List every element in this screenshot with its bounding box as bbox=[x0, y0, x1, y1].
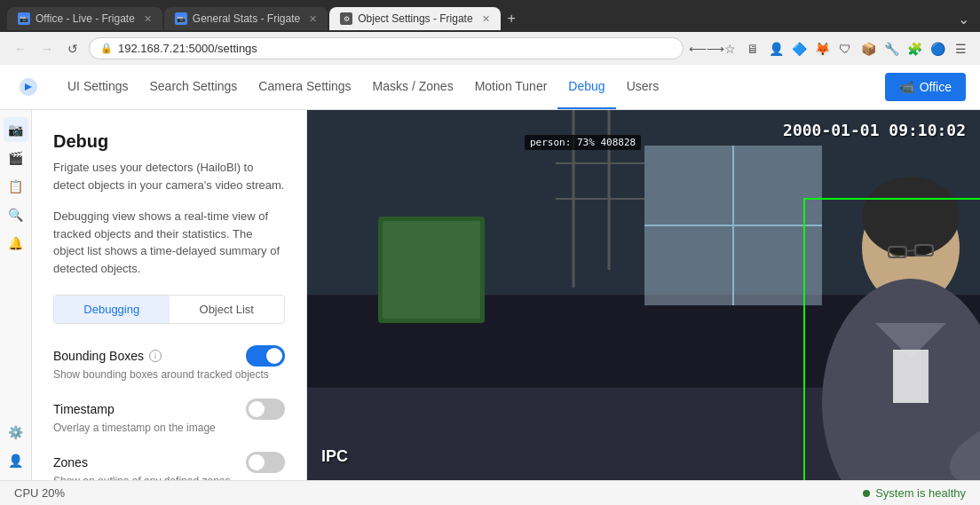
office-label: Office bbox=[920, 80, 952, 94]
ext-icon-9[interactable]: 🔵 bbox=[929, 40, 946, 58]
timestamp-toggle[interactable] bbox=[246, 398, 285, 420]
new-tab-button[interactable]: + bbox=[502, 5, 521, 32]
sidebar-icon-camera[interactable]: 📷 bbox=[4, 117, 28, 142]
ext-icon-6[interactable]: 📦 bbox=[859, 40, 877, 58]
tab-bar: 📷 Office - Live - Frigate ✕ 📷 General St… bbox=[0, 0, 980, 32]
ext-icon-5[interactable]: 🛡 bbox=[836, 40, 854, 58]
tab-label-2: General Stats - Frigate bbox=[193, 12, 300, 25]
zones-toggle[interactable] bbox=[246, 452, 285, 473]
tab-label-3: Object Settings - Frigate bbox=[358, 12, 472, 25]
svg-rect-5 bbox=[383, 221, 480, 319]
timestamp-overlay: 2000-01-01 09:10:02 bbox=[783, 121, 966, 139]
cpu-label: CPU 20% bbox=[14, 486, 65, 500]
ext-icon-8[interactable]: 🧩 bbox=[905, 40, 923, 58]
ext-icon-3[interactable]: 🔷 bbox=[790, 40, 808, 58]
sidebar-icon-user[interactable]: 👤 bbox=[4, 448, 28, 473]
sidebar-icon-bell[interactable]: 🔔 bbox=[4, 231, 28, 256]
detection-tag: person: 73% 408828 bbox=[525, 135, 641, 150]
debug-description2: Debugging view shows a real-time view of… bbox=[53, 208, 285, 277]
zones-slider bbox=[246, 452, 285, 473]
nav-users[interactable]: Users bbox=[616, 65, 670, 109]
office-icon: 📹 bbox=[899, 80, 914, 94]
debug-sidebar: Debug Frigate uses your detectors (Hailo… bbox=[32, 110, 307, 480]
nav-camera-settings[interactable]: Camera Settings bbox=[248, 65, 361, 109]
sidebar-icon-search[interactable]: 🔍 bbox=[4, 202, 28, 227]
app-logo bbox=[14, 73, 43, 101]
tab-debugging[interactable]: Debugging bbox=[54, 296, 170, 323]
svg-rect-22 bbox=[893, 350, 929, 403]
tab-label-1: Office - Live - Frigate bbox=[36, 12, 135, 25]
address-field[interactable]: 🔒 192.168.7.21:5000/settings bbox=[89, 37, 684, 59]
browser-chrome: 📷 Office - Live - Frigate ✕ 📷 General St… bbox=[0, 0, 980, 65]
tab-icon-3: ⚙ bbox=[340, 12, 352, 25]
toolbar-icons: ⟵⟶ ☆ 🖥 👤 🔷 🦊 🛡 📦 🔧 🧩 🔵 ☰ bbox=[698, 40, 969, 58]
tab-object-settings[interactable]: ⚙ Object Settings - Frigate ✕ bbox=[329, 7, 500, 30]
svg-line-19 bbox=[906, 250, 915, 251]
main-content: 📷 🎬 📋 🔍 🔔 ⚙️ 👤 Debug Frigate uses your d… bbox=[0, 110, 980, 480]
tab-icon-1: 📷 bbox=[18, 12, 30, 25]
bounding-boxes-desc: Show bounding boxes around tracked objec… bbox=[53, 368, 285, 381]
ext-icon-2[interactable]: 👤 bbox=[767, 40, 785, 58]
app-nav: UI Settings Search Settings Camera Setti… bbox=[0, 65, 980, 110]
timestamp-label: Timestamp bbox=[53, 402, 115, 416]
bounding-boxes-label: Bounding Boxes i bbox=[53, 349, 162, 363]
debug-description1: Frigate uses your detectors (HailoBl) to… bbox=[53, 159, 285, 193]
address-bar: ← → ↺ 🔒 192.168.7.21:5000/settings ⟵⟶ ☆ … bbox=[0, 32, 980, 65]
sidebar-icon-settings[interactable]: ⚙️ bbox=[4, 420, 28, 445]
office-button[interactable]: 📹 Office bbox=[885, 73, 966, 101]
status-bar: CPU 20% System is healthy bbox=[0, 480, 980, 505]
timestamp-slider bbox=[246, 398, 285, 420]
translate-icon[interactable]: ⟵⟶ bbox=[698, 40, 715, 58]
status-dot bbox=[863, 490, 870, 497]
tab-close-2[interactable]: ✕ bbox=[309, 13, 317, 25]
ext-icon-1[interactable]: 🖥 bbox=[744, 40, 762, 58]
nav-ui-settings[interactable]: UI Settings bbox=[57, 65, 138, 109]
bounding-boxes-info-icon[interactable]: i bbox=[149, 350, 162, 362]
zones-label: Zones bbox=[53, 455, 88, 469]
lock-icon: 🔒 bbox=[100, 43, 113, 54]
camera-scene: 2000-01-01 09:10:02 person: 73% 408828 I… bbox=[307, 110, 980, 480]
tab-office-live[interactable]: 📷 Office - Live - Frigate ✕ bbox=[7, 7, 162, 30]
nav-motion-tuner[interactable]: Motion Tuner bbox=[464, 65, 558, 109]
app-container: UI Settings Search Settings Camera Setti… bbox=[0, 65, 980, 505]
system-label: System is healthy bbox=[875, 486, 966, 500]
tab-close-1[interactable]: ✕ bbox=[144, 13, 152, 25]
bounding-boxes-slider bbox=[246, 345, 285, 367]
camera-label: IPC bbox=[321, 447, 348, 466]
tab-overflow[interactable]: ⌄ bbox=[954, 7, 973, 31]
setting-timestamp: Timestamp Overlay a timestamp on the ima… bbox=[53, 398, 285, 434]
debug-title: Debug bbox=[53, 131, 285, 152]
left-sidebar-icons: 📷 🎬 📋 🔍 🔔 ⚙️ 👤 bbox=[0, 110, 32, 480]
refresh-button[interactable]: ↺ bbox=[64, 40, 82, 58]
setting-zones: Zones Show an outline of any defined zon… bbox=[53, 452, 285, 480]
nav-masks-zones[interactable]: Masks / Zones bbox=[362, 65, 464, 109]
nav-search-settings[interactable]: Search Settings bbox=[138, 65, 248, 109]
svg-point-15 bbox=[890, 248, 905, 256]
back-button[interactable]: ← bbox=[11, 40, 30, 58]
star-icon[interactable]: ☆ bbox=[721, 40, 739, 58]
view-toggle-tabs: Debugging Object List bbox=[53, 295, 285, 324]
timestamp-desc: Overlay a timestamp on the image bbox=[53, 422, 285, 434]
svg-point-16 bbox=[917, 246, 931, 255]
address-text: 192.168.7.21:5000/settings bbox=[118, 42, 257, 55]
tab-icon-2: 📷 bbox=[175, 12, 187, 25]
setting-bounding-boxes: Bounding Boxes i Show bounding boxes aro… bbox=[53, 345, 285, 381]
cpu-status: CPU 20% bbox=[14, 486, 65, 500]
system-status: System is healthy bbox=[863, 486, 966, 500]
svg-point-14 bbox=[862, 177, 960, 256]
ext-icon-4[interactable]: 🦊 bbox=[813, 40, 831, 58]
sidebar-icon-video[interactable]: 🎬 bbox=[4, 146, 28, 170]
tab-general-stats[interactable]: 📷 General Stats - Frigate ✕ bbox=[164, 7, 328, 30]
sidebar-icon-list[interactable]: 📋 bbox=[4, 174, 28, 199]
nav-debug[interactable]: Debug bbox=[557, 65, 615, 109]
camera-svg bbox=[307, 110, 980, 480]
menu-icon[interactable]: ☰ bbox=[952, 40, 969, 58]
tab-object-list[interactable]: Object List bbox=[170, 296, 285, 323]
bounding-boxes-toggle[interactable] bbox=[246, 345, 285, 367]
forward-button[interactable]: → bbox=[37, 40, 57, 58]
tab-close-3[interactable]: ✕ bbox=[482, 13, 490, 25]
ext-icon-7[interactable]: 🔧 bbox=[882, 40, 900, 58]
camera-view: 2000-01-01 09:10:02 person: 73% 408828 I… bbox=[307, 110, 980, 480]
